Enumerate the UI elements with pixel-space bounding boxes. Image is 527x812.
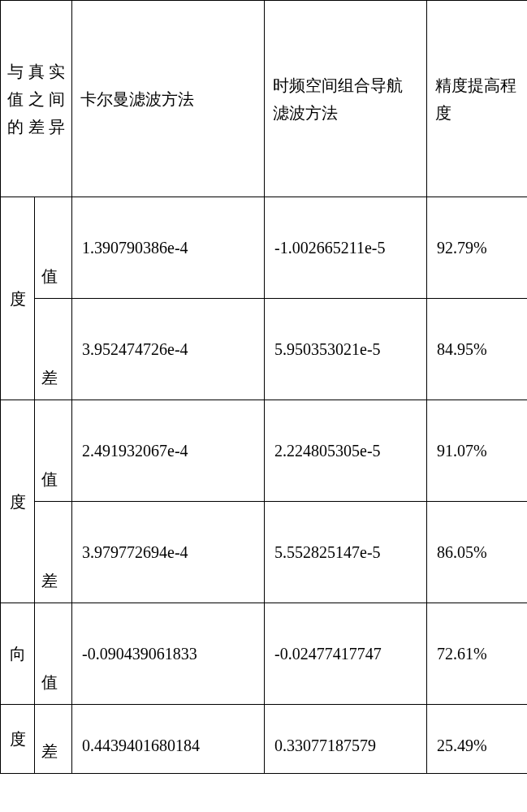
table-row: 向 值 -0.090439061833 -0.02477417747 72.61…	[1, 603, 528, 705]
group-label: 向	[1, 603, 35, 705]
cell-improv: 72.61%	[427, 603, 528, 705]
cell-tfsn: 0.33077187579	[265, 705, 427, 774]
cell-improv: 25.49%	[427, 705, 528, 774]
sub-label: 差	[35, 502, 72, 603]
table-header-row: 与真实值之间的差异 卡尔曼滤波方法 时频空间组合导航滤波方法 精度提高程度	[1, 1, 528, 197]
cell-kalman: 3.979772694e-4	[72, 502, 265, 603]
sub-label: 值	[35, 197, 72, 299]
cell-improv: 84.95%	[427, 299, 528, 400]
cell-kalman: 2.491932067e-4	[72, 400, 265, 502]
group-label: 度	[1, 197, 35, 400]
header-improv: 精度提高程度	[427, 1, 528, 197]
cell-improv: 91.07%	[427, 400, 528, 502]
table-row: 差 3.979772694e-4 5.552825147e-5 86.05%	[1, 502, 528, 603]
cell-kalman: -0.090439061833	[72, 603, 265, 705]
cell-tfsn: 5.950353021e-5	[265, 299, 427, 400]
comparison-table: 与真实值之间的差异 卡尔曼滤波方法 时频空间组合导航滤波方法 精度提高程度 度 …	[0, 0, 527, 774]
sub-label: 值	[35, 603, 72, 705]
cell-improv: 92.79%	[427, 197, 528, 299]
cell-improv: 86.05%	[427, 502, 528, 603]
cell-tfsn: -1.002665211e-5	[265, 197, 427, 299]
cell-tfsn: 5.552825147e-5	[265, 502, 427, 603]
group-label: 度	[1, 400, 35, 603]
table-row: 度 值 1.390790386e-4 -1.002665211e-5 92.79…	[1, 197, 528, 299]
sub-label: 差	[35, 705, 72, 774]
table-row: 度 差 0.4439401680184 0.33077187579 25.49%	[1, 705, 528, 774]
cell-tfsn: -0.02477417747	[265, 603, 427, 705]
cell-kalman: 1.390790386e-4	[72, 197, 265, 299]
table-row: 差 3.952474726e-4 5.950353021e-5 84.95%	[1, 299, 528, 400]
sub-label: 差	[35, 299, 72, 400]
cell-kalman: 0.4439401680184	[72, 705, 265, 774]
group-label: 度	[1, 705, 35, 774]
sub-label: 值	[35, 400, 72, 502]
table-row: 度 值 2.491932067e-4 2.224805305e-5 91.07%	[1, 400, 528, 502]
header-diff: 与真实值之间的差异	[1, 1, 72, 197]
header-kalman: 卡尔曼滤波方法	[72, 1, 265, 197]
header-tfsn: 时频空间组合导航滤波方法	[265, 1, 427, 197]
cell-tfsn: 2.224805305e-5	[265, 400, 427, 502]
cell-kalman: 3.952474726e-4	[72, 299, 265, 400]
